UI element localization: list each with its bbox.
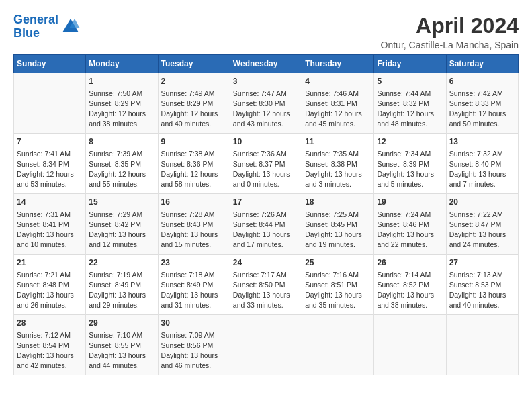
calendar-cell: 22Sunrise: 7:19 AM Sunset: 8:49 PM Dayli… <box>86 255 158 315</box>
main-title: April 2024 <box>381 13 519 38</box>
day-info: Sunrise: 7:29 AM Sunset: 8:42 PM Dayligh… <box>89 210 154 250</box>
day-number: 5 <box>377 76 443 87</box>
day-number: 6 <box>449 76 515 87</box>
calendar-cell: 5Sunrise: 7:44 AM Sunset: 8:32 PM Daylig… <box>374 73 446 134</box>
day-number: 1 <box>89 76 154 87</box>
calendar-cell: 4Sunrise: 7:46 AM Sunset: 8:31 PM Daylig… <box>302 73 374 134</box>
calendar-cell: 14Sunrise: 7:31 AM Sunset: 8:41 PM Dayli… <box>14 194 86 255</box>
day-info: Sunrise: 7:18 AM Sunset: 8:49 PM Dayligh… <box>161 270 227 311</box>
day-info: Sunrise: 7:36 AM Sunset: 8:37 PM Dayligh… <box>233 149 299 190</box>
header-day-saturday: Saturday <box>446 55 518 73</box>
day-number: 9 <box>161 136 227 148</box>
day-number: 19 <box>377 197 443 208</box>
calendar-cell <box>374 315 446 375</box>
logo-text: GeneralBlue <box>13 13 58 40</box>
calendar-cell: 2Sunrise: 7:49 AM Sunset: 8:29 PM Daylig… <box>158 73 230 134</box>
calendar-cell: 28Sunrise: 7:12 AM Sunset: 8:54 PM Dayli… <box>14 315 86 375</box>
subtitle: Ontur, Castille-La Mancha, Spain <box>381 40 519 50</box>
day-info: Sunrise: 7:13 AM Sunset: 8:53 PM Dayligh… <box>449 270 515 311</box>
calendar-cell: 19Sunrise: 7:24 AM Sunset: 8:46 PM Dayli… <box>374 194 446 255</box>
title-section: April 2024 Ontur, Castille-La Mancha, Sp… <box>381 13 519 50</box>
calendar-cell <box>446 315 518 375</box>
calendar-cell: 11Sunrise: 7:35 AM Sunset: 8:38 PM Dayli… <box>302 134 374 194</box>
day-number: 27 <box>449 257 515 269</box>
calendar-cell: 6Sunrise: 7:42 AM Sunset: 8:33 PM Daylig… <box>446 73 518 134</box>
calendar-cell: 27Sunrise: 7:13 AM Sunset: 8:53 PM Dayli… <box>446 255 518 315</box>
day-info: Sunrise: 7:47 AM Sunset: 8:30 PM Dayligh… <box>233 89 299 130</box>
calendar-cell: 12Sunrise: 7:34 AM Sunset: 8:39 PM Dayli… <box>374 134 446 194</box>
calendar-cell: 9Sunrise: 7:38 AM Sunset: 8:36 PM Daylig… <box>158 134 230 194</box>
day-info: Sunrise: 7:34 AM Sunset: 8:39 PM Dayligh… <box>377 149 443 190</box>
calendar-cell: 26Sunrise: 7:14 AM Sunset: 8:52 PM Dayli… <box>374 255 446 315</box>
header-day-tuesday: Tuesday <box>158 55 230 73</box>
day-number: 26 <box>377 257 443 269</box>
day-info: Sunrise: 7:32 AM Sunset: 8:40 PM Dayligh… <box>449 149 515 190</box>
calendar-cell: 7Sunrise: 7:41 AM Sunset: 8:34 PM Daylig… <box>14 134 86 194</box>
day-info: Sunrise: 7:44 AM Sunset: 8:32 PM Dayligh… <box>377 89 443 130</box>
day-info: Sunrise: 7:39 AM Sunset: 8:35 PM Dayligh… <box>89 149 154 190</box>
week-row-4: 21Sunrise: 7:21 AM Sunset: 8:48 PM Dayli… <box>14 255 519 315</box>
day-info: Sunrise: 7:31 AM Sunset: 8:41 PM Dayligh… <box>17 210 83 250</box>
day-number: 30 <box>161 318 227 329</box>
calendar-table: SundayMondayTuesdayWednesdayThursdayFrid… <box>13 54 519 375</box>
calendar-cell <box>14 73 86 134</box>
day-info: Sunrise: 7:28 AM Sunset: 8:43 PM Dayligh… <box>161 210 227 250</box>
day-number: 18 <box>305 197 371 208</box>
day-number: 14 <box>17 197 83 208</box>
calendar-cell: 29Sunrise: 7:10 AM Sunset: 8:55 PM Dayli… <box>86 315 158 375</box>
day-number: 2 <box>161 76 227 87</box>
day-info: Sunrise: 7:21 AM Sunset: 8:48 PM Dayligh… <box>17 270 83 311</box>
day-number: 12 <box>377 136 443 148</box>
day-info: Sunrise: 7:50 AM Sunset: 8:29 PM Dayligh… <box>89 89 154 130</box>
header-day-wednesday: Wednesday <box>230 55 302 73</box>
day-number: 11 <box>305 136 371 148</box>
day-info: Sunrise: 7:42 AM Sunset: 8:33 PM Dayligh… <box>449 89 515 130</box>
day-info: Sunrise: 7:41 AM Sunset: 8:34 PM Dayligh… <box>17 149 83 190</box>
calendar-cell: 13Sunrise: 7:32 AM Sunset: 8:40 PM Dayli… <box>446 134 518 194</box>
day-info: Sunrise: 7:35 AM Sunset: 8:38 PM Dayligh… <box>305 149 371 190</box>
day-info: Sunrise: 7:19 AM Sunset: 8:49 PM Dayligh… <box>89 270 154 311</box>
calendar-cell: 17Sunrise: 7:26 AM Sunset: 8:44 PM Dayli… <box>230 194 302 255</box>
header-row: SundayMondayTuesdayWednesdayThursdayFrid… <box>14 55 519 73</box>
calendar-cell: 30Sunrise: 7:09 AM Sunset: 8:56 PM Dayli… <box>158 315 230 375</box>
header-day-thursday: Thursday <box>302 55 374 73</box>
calendar-cell: 21Sunrise: 7:21 AM Sunset: 8:48 PM Dayli… <box>14 255 86 315</box>
week-row-2: 7Sunrise: 7:41 AM Sunset: 8:34 PM Daylig… <box>14 134 519 194</box>
week-row-1: 1Sunrise: 7:50 AM Sunset: 8:29 PM Daylig… <box>14 73 519 134</box>
day-info: Sunrise: 7:26 AM Sunset: 8:44 PM Dayligh… <box>233 210 299 250</box>
calendar-cell <box>302 315 374 375</box>
day-number: 25 <box>305 257 371 269</box>
header-day-monday: Monday <box>86 55 158 73</box>
calendar-cell: 10Sunrise: 7:36 AM Sunset: 8:37 PM Dayli… <box>230 134 302 194</box>
day-info: Sunrise: 7:25 AM Sunset: 8:45 PM Dayligh… <box>305 210 371 250</box>
calendar-header: SundayMondayTuesdayWednesdayThursdayFrid… <box>14 55 519 73</box>
day-info: Sunrise: 7:38 AM Sunset: 8:36 PM Dayligh… <box>161 149 227 190</box>
calendar-cell: 24Sunrise: 7:17 AM Sunset: 8:50 PM Dayli… <box>230 255 302 315</box>
calendar-cell: 8Sunrise: 7:39 AM Sunset: 8:35 PM Daylig… <box>86 134 158 194</box>
day-info: Sunrise: 7:46 AM Sunset: 8:31 PM Dayligh… <box>305 89 371 130</box>
calendar-cell <box>230 315 302 375</box>
calendar-cell: 1Sunrise: 7:50 AM Sunset: 8:29 PM Daylig… <box>86 73 158 134</box>
day-number: 16 <box>161 197 227 208</box>
day-info: Sunrise: 7:09 AM Sunset: 8:56 PM Dayligh… <box>161 330 227 371</box>
day-info: Sunrise: 7:49 AM Sunset: 8:29 PM Dayligh… <box>161 89 227 130</box>
day-number: 13 <box>449 136 515 148</box>
day-number: 8 <box>89 136 154 148</box>
calendar-cell: 25Sunrise: 7:16 AM Sunset: 8:51 PM Dayli… <box>302 255 374 315</box>
calendar-cell: 20Sunrise: 7:22 AM Sunset: 8:47 PM Dayli… <box>446 194 518 255</box>
day-number: 28 <box>17 318 83 329</box>
calendar-cell: 16Sunrise: 7:28 AM Sunset: 8:43 PM Dayli… <box>158 194 230 255</box>
day-info: Sunrise: 7:16 AM Sunset: 8:51 PM Dayligh… <box>305 270 371 311</box>
day-number: 15 <box>89 197 154 208</box>
day-number: 17 <box>233 197 299 208</box>
calendar-cell: 23Sunrise: 7:18 AM Sunset: 8:49 PM Dayli… <box>158 255 230 315</box>
day-number: 24 <box>233 257 299 269</box>
day-info: Sunrise: 7:24 AM Sunset: 8:46 PM Dayligh… <box>377 210 443 250</box>
day-number: 10 <box>233 136 299 148</box>
header-day-friday: Friday <box>374 55 446 73</box>
logo-icon <box>61 17 80 36</box>
logo: GeneralBlue <box>13 13 80 40</box>
day-number: 21 <box>17 257 83 269</box>
page-header: GeneralBlue April 2024 Ontur, Castille-L… <box>13 13 519 50</box>
day-number: 29 <box>89 318 154 329</box>
